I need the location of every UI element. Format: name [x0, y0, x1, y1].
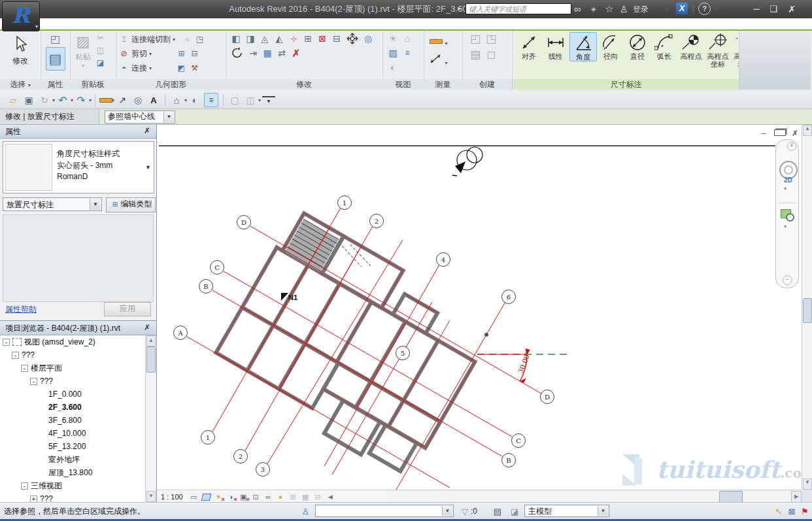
panel-label-properties[interactable]: 属性 [41, 79, 70, 90]
detail-level-icon[interactable]: ▭ [188, 492, 199, 502]
tree-item-unknown2[interactable]: -??? [0, 375, 146, 388]
scroll-right-icon[interactable]: ▶ [791, 491, 802, 503]
apply-button[interactable]: 应用 [104, 302, 151, 316]
grid-bubbles[interactable]: 1 2 4 6 D C B A 1 2 3 5 D C B [174, 196, 554, 477]
workset-select[interactable]: ▼ [315, 505, 454, 517]
application-menu-button[interactable]: R ▾ [2, 1, 40, 31]
align-icon[interactable]: ⊹ [287, 32, 300, 45]
active-only-icon[interactable]: ◪ [509, 505, 520, 517]
search-icon[interactable]: ∞ [570, 3, 584, 16]
thin-lines-icon[interactable]: ≡ [204, 93, 218, 107]
hscroll-thumb[interactable] [719, 491, 743, 503]
panel-label-select[interactable]: 选择 ▾ [0, 79, 41, 90]
beam-join-icon[interactable]: ⊞ [176, 48, 187, 59]
copy-element-icon[interactable]: ◎ [362, 32, 375, 45]
camera-icon[interactable]: ◐ [386, 61, 399, 74]
tree-item-4F[interactable]: 4F_10.000 [0, 427, 146, 440]
worksharing-display-icon[interactable]: ▦ [300, 492, 311, 502]
reference-select[interactable]: 参照墙中心线 ▼ [105, 110, 175, 124]
panel-label-clipboard[interactable]: 剪贴板 [70, 79, 116, 90]
navbar-collapse-icon[interactable]: − [783, 275, 792, 285]
aligned-dim-qat-icon[interactable]: ↗ [116, 93, 129, 107]
favorites-star-icon[interactable]: ☆ [603, 3, 616, 16]
filter-icon[interactable]: ▽ [459, 505, 471, 517]
properties-close-icon[interactable]: ✗ [142, 126, 152, 137]
tree-item-3F[interactable]: 3F_6.800 [0, 414, 146, 427]
close-hidden-windows-icon[interactable]: ▢ [228, 93, 241, 107]
view-restore-icon[interactable] [774, 129, 785, 138]
scroll-up-icon[interactable]: ▲ [803, 125, 812, 136]
move-icon[interactable] [345, 32, 360, 45]
open-icon[interactable]: ▱ [7, 93, 20, 107]
drawing-area[interactable]: 1 2 4 6 D C B A 1 2 3 5 D C B [157, 124, 812, 502]
reveal-hidden-icon[interactable]: ● [275, 492, 286, 502]
cope-row[interactable]: ⌶ 连接端切割 ▾ ◃ ◳ [118, 32, 205, 46]
tree-item-views[interactable]: -视图 (amsd_view_2) [0, 335, 146, 348]
tag-icon[interactable]: ◎ [131, 93, 144, 107]
measure-between-icon[interactable]: ▾ [429, 53, 447, 67]
rotate-icon[interactable] [229, 46, 245, 59]
sync-icon[interactable]: ↻ [38, 93, 51, 107]
default-3d-view-icon[interactable]: ⌂ [170, 93, 183, 107]
crop-view-icon[interactable]: ▣× [238, 492, 249, 502]
tree-item-unknown3[interactable]: +??? [0, 492, 146, 502]
shadows-icon[interactable]: ◑× [226, 492, 237, 502]
delete-icon[interactable]: ✗ [290, 46, 303, 59]
panel-label-geometry[interactable]: 几何图形 [116, 79, 226, 90]
panel-label-dimension[interactable]: 尺寸标注 [513, 79, 739, 90]
angular-dimension[interactable]: 30.00° [477, 348, 567, 383]
cut-icon[interactable]: ✂ [95, 32, 106, 43]
project-browser-close-icon[interactable]: ✗ [142, 323, 152, 333]
section-icon[interactable]: ◐ [188, 93, 201, 107]
create-assembly-icon[interactable]: ◻ [484, 48, 498, 61]
split-with-gap-icon[interactable]: ◭ [273, 32, 286, 45]
worksets-icon[interactable]: ♙ [299, 505, 311, 517]
zoom-dropdown-icon[interactable]: ▾ [784, 224, 787, 229]
select-pinned-icon[interactable]: ⚑ [799, 505, 811, 517]
tree-item-2F-active[interactable]: 2F_3.600 [0, 401, 146, 414]
dim-tool-spot-elevation[interactable]: 高程点 [678, 32, 704, 60]
chevron-down-icon[interactable]: ▼ [442, 506, 452, 516]
join-row[interactable]: ◓ 连接 ▾ ◩ ⚒ [118, 61, 200, 75]
pin-icon[interactable]: ⊞ [301, 32, 314, 45]
save-icon[interactable]: ▣ [22, 93, 35, 107]
text-icon[interactable]: A [147, 93, 160, 107]
sun-path-icon[interactable]: ☀× [213, 492, 224, 502]
collapse-left-icon[interactable]: ◀ [325, 492, 336, 502]
measure-ruler-icon[interactable]: ↔ ▾ [429, 35, 447, 48]
visual-style-icon[interactable] [201, 492, 212, 502]
undo-icon[interactable]: ↶ [56, 93, 69, 107]
tree-item-1F[interactable]: 1F_0.000 [0, 388, 146, 401]
properties-header[interactable]: 属性 [0, 124, 156, 139]
design-option-select[interactable]: 主模型 ▼ [524, 505, 609, 517]
tree-item-unknown1[interactable]: -??? [0, 348, 146, 361]
tree-item-floor-plans[interactable]: -楼层平面 [0, 361, 146, 375]
scroll-up-icon[interactable]: ▲ [146, 335, 156, 346]
family-types-icon[interactable]: ◰ [49, 32, 62, 45]
customize-qat-icon[interactable]: ▾ [262, 96, 275, 104]
select-links-icon[interactable]: ↖ [773, 505, 785, 517]
dim-tool-radial[interactable]: 径向 [598, 32, 624, 60]
create-parts-icon[interactable]: ▤ [469, 48, 482, 61]
navbar-close-icon[interactable]: ✗ [787, 142, 796, 151]
help-icon[interactable]: ? [698, 3, 711, 15]
canvas-hscrollbar[interactable]: ▶ [390, 490, 802, 503]
split-element-icon[interactable]: ◬ [258, 32, 271, 45]
copy-icon[interactable]: ◫ [95, 44, 106, 56]
match-type-icon[interactable]: ◪ [95, 57, 106, 68]
help-dropdown-icon[interactable]: ▾ [713, 3, 720, 16]
chevron-down-icon[interactable]: ▼ [598, 506, 608, 516]
panel-label-modify[interactable]: 修改 [226, 79, 382, 90]
panel-label-measure[interactable]: 测量 [424, 79, 462, 90]
tree-item-5F[interactable]: 5F_13.200 [0, 440, 146, 453]
properties-help-link[interactable]: 属性帮助 [5, 304, 37, 315]
select-underlay-icon[interactable]: ⊠ [786, 505, 798, 517]
scroll-down-icon[interactable]: ▼ [146, 491, 156, 502]
dim-tool-aligned[interactable]: 对齐 [516, 32, 542, 60]
wall-profile-icon[interactable]: ◨ [244, 32, 257, 45]
switch-windows-icon[interactable]: ◫ [244, 93, 257, 107]
canvas-vscrollbar[interactable]: ▲ ▼ [802, 125, 812, 490]
edit-type-button[interactable]: ⊞编辑类型 [106, 197, 156, 212]
mirror-icon[interactable]: ⇄ [275, 46, 288, 59]
search-expand-icon[interactable]: ▸ [458, 5, 461, 12]
